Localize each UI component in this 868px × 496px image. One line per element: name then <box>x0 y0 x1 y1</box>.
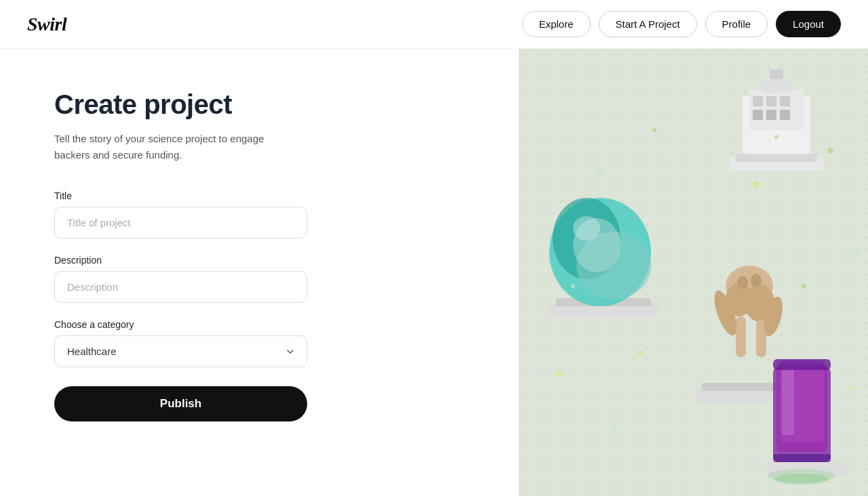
nav: Explore Start A Project Profile Logout <box>522 11 841 37</box>
description-field-group: Description <box>54 255 465 303</box>
svg-rect-9 <box>780 110 790 120</box>
svg-point-46 <box>828 148 833 153</box>
hero-image-panel <box>519 49 868 496</box>
svg-rect-8 <box>766 110 776 120</box>
svg-point-39 <box>597 168 603 173</box>
svg-point-43 <box>801 283 806 289</box>
svg-point-48 <box>611 426 616 431</box>
svg-rect-4 <box>753 96 763 106</box>
page-subtitle: Tell the story of your science project t… <box>54 131 271 163</box>
svg-point-49 <box>774 135 778 139</box>
svg-point-29 <box>751 274 762 287</box>
svg-point-42 <box>571 284 575 288</box>
header: Swirl Explore Start A Project Profile Lo… <box>0 0 868 49</box>
category-label: Choose a category <box>54 319 465 330</box>
publish-button[interactable]: Publish <box>54 386 307 421</box>
explore-button[interactable]: Explore <box>522 11 591 37</box>
svg-point-28 <box>737 276 748 289</box>
profile-button[interactable]: Profile <box>705 11 768 37</box>
title-label: Title <box>54 190 465 201</box>
svg-point-50 <box>556 371 563 377</box>
start-project-button[interactable]: Start A Project <box>599 11 697 37</box>
svg-point-18 <box>573 216 600 241</box>
svg-rect-11 <box>770 69 783 79</box>
svg-rect-6 <box>780 96 790 106</box>
svg-point-44 <box>637 350 644 357</box>
logo: Swirl <box>27 14 66 35</box>
create-project-form: Title Description Choose a category Heal… <box>54 190 465 421</box>
science-background <box>519 49 868 496</box>
svg-point-47 <box>849 386 853 390</box>
svg-rect-34 <box>782 367 794 435</box>
svg-rect-35 <box>773 359 831 370</box>
svg-rect-36 <box>773 454 831 462</box>
svg-point-41 <box>753 181 760 188</box>
title-field-group: Title <box>54 190 465 239</box>
svg-point-38 <box>774 474 829 484</box>
main-content: Create project Tell the story of your sc… <box>0 49 868 496</box>
svg-point-40 <box>652 128 656 132</box>
category-field-group: Choose a category Healthcare Technology … <box>54 319 465 367</box>
logout-button[interactable]: Logout <box>776 11 841 37</box>
description-input[interactable] <box>54 271 307 303</box>
title-input[interactable] <box>54 207 307 239</box>
svg-point-45 <box>727 372 731 376</box>
svg-rect-5 <box>766 96 776 106</box>
page-title: Create project <box>54 89 465 120</box>
svg-rect-7 <box>753 110 763 120</box>
science-illustration <box>519 49 868 496</box>
svg-point-51 <box>855 249 861 255</box>
category-select[interactable]: Healthcare Technology Environment Physic… <box>54 335 307 367</box>
create-project-panel: Create project Tell the story of your sc… <box>0 49 519 496</box>
svg-rect-1 <box>736 154 817 162</box>
description-label: Description <box>54 255 465 266</box>
svg-rect-24 <box>736 316 746 357</box>
